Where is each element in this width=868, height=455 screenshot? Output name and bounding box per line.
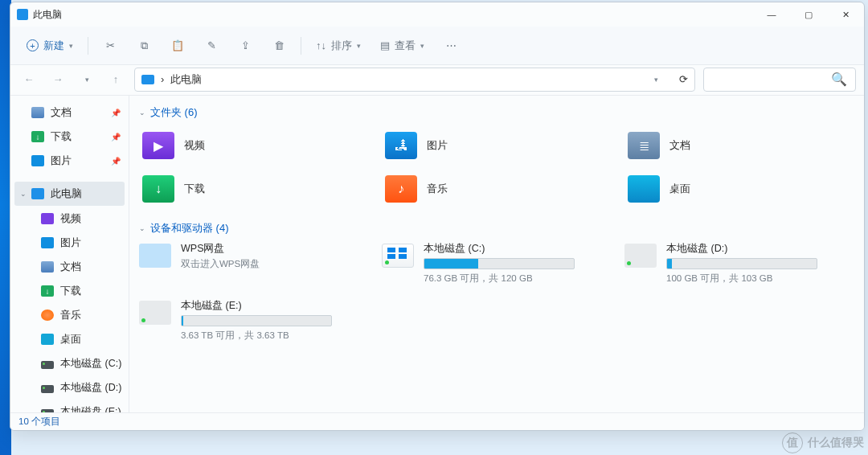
drive-icon <box>139 301 171 325</box>
file-explorer-window: 此电脑 ― ▢ ✕ + 新建 ▾ ✂ ⧉ 📋 ✎ ⇪ 🗑 ↑↓ 排序 ▾ ▤ 查… <box>10 2 865 431</box>
status-bar: 10 个项目 <box>10 412 864 430</box>
trash-icon: 🗑 <box>274 39 285 51</box>
sidebar-item-label: 本地磁盘 (C:) <box>60 357 121 371</box>
paste-button[interactable]: 📋 <box>162 32 193 59</box>
titlebar[interactable]: 此电脑 ― ▢ ✕ <box>10 2 864 27</box>
drive-icon <box>139 244 171 268</box>
drive-item-2[interactable]: 本地磁盘 (D:) 100 GB 可用，共 103 GB <box>624 242 854 285</box>
chevron-down-icon: ▾ <box>69 42 73 50</box>
folder-label: 图片 <box>427 139 448 153</box>
folders-section-header[interactable]: ⌄ 文件夹 (6) <box>139 102 854 123</box>
maximize-button[interactable]: ▢ <box>790 2 827 27</box>
folder-label: 视频 <box>184 139 205 153</box>
sidebar-pc-child-6[interactable]: 本地磁盘 (C:) <box>10 351 129 375</box>
folder-item-2[interactable]: ≣ 文档 <box>624 126 854 165</box>
new-button[interactable]: + 新建 ▾ <box>18 32 81 59</box>
toolbar: + 新建 ▾ ✂ ⧉ 📋 ✎ ⇪ 🗑 ↑↓ 排序 ▾ ▤ 查看 ▾ ⋯ <box>10 27 864 65</box>
folder-item-3[interactable]: ↓ 下载 <box>139 170 369 208</box>
up-button[interactable]: ↑ <box>105 69 126 90</box>
sidebar-quick-0[interactable]: 文档 📌 <box>10 100 129 125</box>
folder-icon <box>31 155 44 166</box>
drive-name: 本地磁盘 (E:) <box>181 299 369 313</box>
drive-item-0[interactable]: WPS网盘 双击进入WPS网盘 <box>139 242 369 285</box>
sidebar-pc-child-2[interactable]: 文档 <box>10 255 129 279</box>
folder-icon <box>41 334 54 345</box>
drive-name: WPS网盘 <box>181 242 369 256</box>
chevron-down-icon: ⌄ <box>20 190 27 198</box>
sidebar-pc-child-8[interactable]: 本地磁盘 (E:) <box>10 400 129 412</box>
folder-icon <box>41 213 54 224</box>
drives-section-header[interactable]: ⌄ 设备和驱动器 (4) <box>139 218 854 239</box>
folder-icon <box>41 385 54 393</box>
scissors-icon: ✂ <box>106 39 115 51</box>
rename-icon: ✎ <box>207 39 216 51</box>
drive-subtext: 双击进入WPS网盘 <box>181 258 369 270</box>
folder-item-1[interactable]: 🏞 图片 <box>382 126 612 165</box>
sidebar-pc-child-5[interactable]: 桌面 <box>10 327 129 351</box>
sidebar-item-label: 下载 <box>60 285 81 298</box>
share-button[interactable]: ⇪ <box>230 32 260 59</box>
folder-icon: ▶ <box>142 132 174 159</box>
folder-label: 下载 <box>184 182 205 196</box>
ellipsis-icon: ⋯ <box>446 39 457 51</box>
drive-subtext: 3.63 TB 可用，共 3.63 TB <box>181 330 369 342</box>
capacity-bar <box>666 258 817 269</box>
cut-button[interactable]: ✂ <box>95 32 125 59</box>
sidebar-item-label: 桌面 <box>60 333 81 346</box>
address-bar[interactable]: › 此电脑 ▾ ⟳ <box>134 68 695 92</box>
view-button[interactable]: ▤ 查看 ▾ <box>372 32 432 59</box>
share-icon: ⇪ <box>241 39 250 51</box>
drive-item-3[interactable]: 本地磁盘 (E:) 3.63 TB 可用，共 3.63 TB <box>139 299 369 342</box>
sidebar-item-label: 本地磁盘 (D:) <box>60 381 121 395</box>
view-icon: ▤ <box>380 39 390 51</box>
delete-button[interactable]: 🗑 <box>264 32 294 59</box>
more-button[interactable]: ⋯ <box>436 32 466 59</box>
sidebar-item-label: 音乐 <box>60 309 81 322</box>
chevron-down-icon[interactable]: ▾ <box>654 76 658 84</box>
folder-item-5[interactable]: 桌面 <box>624 170 854 208</box>
close-button[interactable]: ✕ <box>827 2 864 27</box>
folder-icon: ↓ <box>142 175 174 203</box>
drive-subtext: 76.3 GB 可用，共 120 GB <box>424 273 612 285</box>
rename-button[interactable]: ✎ <box>196 32 227 59</box>
sidebar-thispc[interactable]: ⌄ 此电脑 <box>14 182 125 206</box>
pin-icon: 📌 <box>111 109 121 117</box>
breadcrumb-path: 此电脑 <box>170 72 202 87</box>
window-title: 此电脑 <box>33 8 62 22</box>
refresh-button[interactable]: ⟳ <box>679 73 688 85</box>
sidebar-item-label: 文档 <box>60 260 81 274</box>
sidebar: 文档 📌 下载 📌 图片 📌 ⌄ 此电脑 视频 图片 文档 下载 音乐 <box>10 96 129 412</box>
pin-icon: 📌 <box>111 157 121 166</box>
search-input[interactable]: 🔍 <box>703 68 856 92</box>
folder-icon <box>41 261 54 273</box>
folder-item-0[interactable]: ▶ 视频 <box>139 126 369 165</box>
drive-icon <box>624 244 657 268</box>
sidebar-pc-child-4[interactable]: 音乐 <box>10 303 129 327</box>
forward-button[interactable]: → <box>47 69 68 90</box>
sidebar-quick-2[interactable]: 图片 📌 <box>10 149 129 173</box>
drive-name: 本地磁盘 (D:) <box>666 242 854 256</box>
sidebar-item-label: 本地磁盘 (E:) <box>60 405 121 413</box>
sidebar-pc-child-0[interactable]: 视频 <box>10 207 129 231</box>
watermark: 值 什么值得哭 <box>782 432 864 453</box>
sidebar-pc-child-7[interactable]: 本地磁盘 (D:) <box>10 375 129 400</box>
folder-icon <box>41 361 54 369</box>
copy-button[interactable]: ⧉ <box>129 32 159 59</box>
folder-icon <box>41 237 54 248</box>
sidebar-item-label: 视频 <box>60 212 81 226</box>
folder-icon <box>628 175 660 203</box>
thispc-icon <box>141 75 154 84</box>
sidebar-quick-1[interactable]: 下载 📌 <box>10 125 129 149</box>
sort-button[interactable]: ↑↓ 排序 ▾ <box>308 32 369 59</box>
pin-icon: 📌 <box>111 133 121 141</box>
recent-dropdown[interactable]: ▾ <box>76 69 97 90</box>
sidebar-item-label: 图片 <box>60 236 81 250</box>
clipboard-icon: 📋 <box>171 39 184 51</box>
folder-item-4[interactable]: ♪ 音乐 <box>382 170 612 208</box>
minimize-button[interactable]: ― <box>753 2 790 27</box>
sidebar-pc-child-3[interactable]: 下载 <box>10 279 129 303</box>
drive-item-1[interactable]: 本地磁盘 (C:) 76.3 GB 可用，共 120 GB <box>382 242 612 285</box>
back-button[interactable]: ← <box>18 69 39 90</box>
sidebar-pc-child-1[interactable]: 图片 <box>10 231 129 255</box>
address-row: ← → ▾ ↑ › 此电脑 ▾ ⟳ 🔍 <box>10 65 864 96</box>
